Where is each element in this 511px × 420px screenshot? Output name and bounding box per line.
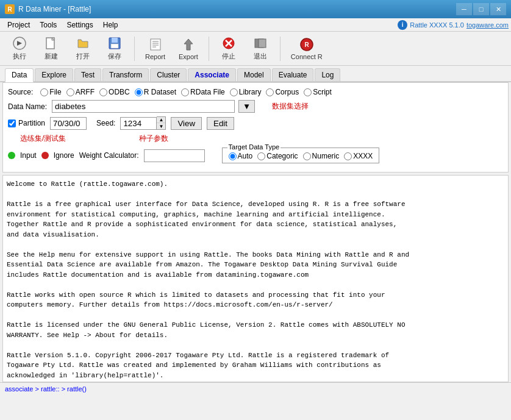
source-script[interactable]: Script [304, 88, 332, 96]
source-library[interactable]: Library [230, 88, 262, 96]
tab-cluster[interactable]: Cluster [150, 68, 187, 81]
data-name-row: Data Name: ▼ 数据集选择 [8, 100, 503, 113]
source-corpus[interactable]: Corpus [266, 88, 299, 96]
report-button[interactable]: Report [140, 34, 171, 63]
status-bar: associate > rattle:: > rattle() [0, 382, 511, 394]
open-button[interactable]: 打开 [68, 33, 98, 64]
connect-icon: R [299, 37, 314, 52]
source-rdatafile-radio[interactable] [181, 88, 189, 96]
console-line: Togaware Pty Ltd. Rattle was created and… [7, 360, 504, 371]
new-button[interactable]: 新建 [37, 33, 66, 64]
target-xxxx-radio[interactable] [344, 152, 352, 160]
weight-label: Weight Calculator: [79, 151, 139, 160]
tab-bar: Data Explore Test Transform Cluster Asso… [0, 66, 511, 82]
svg-rect-5 [111, 44, 118, 48]
source-arff[interactable]: ARFF [66, 88, 95, 96]
console-line [7, 280, 504, 290]
source-arff-radio[interactable] [66, 88, 74, 96]
version-link[interactable]: togaware.com [466, 21, 509, 29]
version-info: i Rattle XXXX 5.1.0 togaware.com [398, 20, 509, 30]
source-rdataset-radio[interactable] [135, 88, 143, 96]
report-label: Report [145, 53, 165, 60]
source-script-radio[interactable] [304, 88, 312, 96]
tab-test[interactable]: Test [74, 68, 101, 81]
console-line: Together Rattle and R provide a sophisti… [7, 219, 504, 230]
target-data-title: Target Data Type [227, 143, 281, 151]
seed-input[interactable] [120, 117, 157, 130]
tab-log[interactable]: Log [315, 68, 340, 81]
source-corpus-radio[interactable] [266, 88, 274, 96]
open-icon [76, 36, 90, 51]
console-line: Rattle Version 5.1.0. Copyright 2006-201… [7, 351, 504, 361]
target-auto-radio[interactable] [229, 152, 237, 160]
quit-button[interactable]: 退出 [246, 33, 275, 64]
tab-data[interactable]: Data [5, 68, 34, 82]
console-line: and data visualisation. [7, 230, 504, 240]
console-line: WARRANTY. See Help -> About for details. [7, 330, 504, 341]
target-numeric-radio[interactable] [303, 152, 311, 160]
target-categoric[interactable]: Categoric [257, 152, 298, 160]
tab-evaluate[interactable]: Evaluate [272, 68, 314, 81]
weight-input[interactable] [144, 149, 205, 162]
tab-explore[interactable]: Explore [35, 68, 73, 81]
source-rdataset[interactable]: R Dataset [135, 88, 176, 96]
close-button[interactable]: ✕ [490, 3, 506, 15]
target-categoric-radio[interactable] [257, 152, 265, 160]
exec-label: 执行 [13, 52, 26, 61]
app-icon: R [5, 4, 15, 14]
export-button[interactable]: Export [173, 34, 204, 63]
source-file[interactable]: File [40, 88, 61, 96]
seed-down-button[interactable]: ▼ [157, 123, 165, 129]
partition-value-input[interactable] [50, 117, 87, 130]
data-name-dropdown[interactable]: ▼ [238, 100, 255, 113]
view-button[interactable]: View [171, 117, 202, 130]
source-odbc[interactable]: ODBC [99, 88, 130, 96]
input-label: Input [20, 151, 37, 160]
status-text: associate > rattle:: > rattle() [5, 385, 87, 393]
seed-up-button[interactable]: ▲ [157, 117, 165, 123]
source-file-radio[interactable] [40, 88, 48, 96]
save-label: 保存 [108, 52, 121, 61]
tab-model[interactable]: Model [237, 68, 271, 81]
target-xxxx[interactable]: XXXX [344, 152, 373, 160]
menu-help[interactable]: Help [98, 20, 123, 30]
data-name-input[interactable] [52, 100, 235, 113]
svg-rect-4 [112, 38, 118, 43]
maximize-button[interactable]: □ [473, 3, 489, 15]
svg-text:R: R [304, 41, 309, 48]
tab-transform[interactable]: Transform [102, 68, 149, 81]
console-line: includes Rattle documentation and is ava… [7, 270, 504, 280]
partition-checkbox[interactable] [8, 119, 16, 127]
partition-checkbox-label[interactable]: Partition [8, 119, 45, 127]
edit-button[interactable]: Edit [207, 117, 234, 130]
toolbar-sep3 [280, 37, 281, 61]
console-line [7, 340, 504, 351]
source-rdatafile[interactable]: RData File [181, 88, 225, 96]
console-line [7, 190, 504, 200]
console-area[interactable]: Welcome to Rattle (rattle.togaware.com).… [2, 175, 509, 382]
input-row: Input Ignore Weight Calculator: Target D… [8, 148, 503, 163]
input-green-dot [8, 152, 15, 159]
new-label: 新建 [45, 52, 58, 61]
version-text: Rattle XXXX 5.1.0 [410, 21, 464, 29]
tab-associate[interactable]: Associate [188, 68, 236, 81]
minimize-button[interactable]: ─ [456, 3, 472, 15]
source-library-radio[interactable] [230, 88, 238, 96]
partition-hints: 选练集/测试集 种子参数 [20, 133, 503, 144]
seed-spinner: ▲ ▼ [157, 116, 166, 130]
menu-tools[interactable]: Tools [35, 20, 62, 30]
source-odbc-radio[interactable] [99, 88, 107, 96]
target-auto[interactable]: Auto [229, 152, 253, 160]
connect-label: Connect R [291, 53, 323, 60]
stop-button[interactable]: 停止 [214, 33, 243, 64]
menu-settings[interactable]: Settings [62, 20, 98, 30]
menu-project[interactable]: Project [2, 20, 35, 30]
console-line: Rattle is licensed under the GNU General… [7, 320, 504, 330]
exec-button[interactable]: 执行 [5, 33, 34, 64]
connect-button[interactable]: R Connect R [285, 34, 328, 63]
target-numeric[interactable]: Numeric [303, 152, 340, 160]
console-line: Essential Data Science are available fro… [7, 260, 504, 270]
console-line: See the Help menu for extensive support … [7, 250, 504, 260]
save-button[interactable]: 保存 [100, 33, 129, 64]
title-bar-left: R R Data Miner - [Rattle] [5, 4, 91, 14]
